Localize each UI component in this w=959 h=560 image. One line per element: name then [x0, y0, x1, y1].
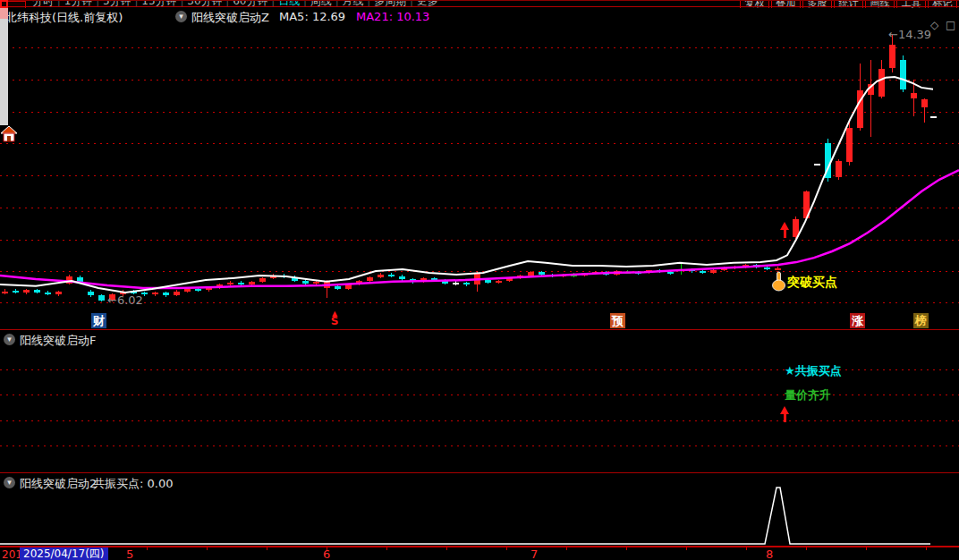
candle: [710, 270, 717, 273]
candle: [152, 293, 158, 294]
candle: [13, 291, 19, 293]
candle: [900, 60, 906, 89]
candle: [281, 276, 287, 277]
candle: [410, 279, 416, 281]
candle: [206, 288, 212, 290]
gridline: [0, 143, 959, 144]
candle: [259, 278, 266, 282]
candle: [528, 272, 534, 276]
gridline: [0, 240, 959, 241]
candle: [571, 275, 577, 276]
event-marker-涨[interactable]: 涨: [850, 313, 865, 328]
candle: [836, 161, 842, 177]
candle: [549, 275, 556, 276]
candle: [911, 93, 917, 98]
candle: [249, 282, 255, 285]
red-up-arrow-icon: [780, 222, 789, 230]
event-marker-预[interactable]: 预: [610, 313, 625, 328]
candle: [517, 276, 523, 279]
axis-month-label: 7: [530, 547, 538, 560]
candle: [184, 289, 191, 291]
red-up-arrow-shaft: [784, 230, 786, 238]
candle: [825, 143, 831, 178]
breakout-buy-point-text: 突破买点: [787, 275, 837, 289]
candle: [302, 281, 309, 284]
candle: [195, 289, 201, 291]
candle: [420, 278, 427, 282]
axis-month-label: 8: [766, 547, 773, 560]
candle: [335, 286, 341, 289]
candle: [174, 292, 180, 296]
candle: [814, 164, 820, 165]
axis-tick: [686, 547, 687, 550]
candle: [2, 292, 8, 293]
candle: [678, 269, 684, 271]
gridline: [0, 175, 959, 176]
candle: [646, 270, 652, 273]
candle: [657, 270, 663, 272]
candle: [34, 290, 40, 292]
high-annotation: ←14.39: [888, 28, 931, 41]
candle: [431, 278, 437, 280]
axis-tick: [267, 547, 267, 550]
axis-tick: [446, 547, 447, 550]
candle: [367, 277, 373, 281]
candle: [889, 45, 895, 68]
selected-date-box: 2025/04/17(四): [20, 547, 108, 560]
candle: [388, 275, 395, 276]
signal-highlight-bar: [0, 0, 8, 29]
candle: [442, 280, 448, 284]
candle: [474, 274, 480, 284]
candle: [753, 265, 760, 267]
candle: [270, 276, 276, 279]
gridline: [0, 47, 959, 48]
tdx-app-window: 分时 | 1分钟 | 5分钟 | 15分钟 | 30分钟 | 60分钟 | 日线…: [0, 0, 959, 560]
candle-wick: [870, 60, 871, 137]
candle: [846, 128, 853, 162]
chevron-down-icon[interactable]: ▾: [4, 334, 15, 345]
gridline: [0, 112, 959, 113]
candle: [857, 90, 863, 128]
candle: [45, 293, 51, 294]
candle: [667, 272, 674, 274]
hand-point-up-icon: [770, 271, 787, 292]
panel-divider: [0, 329, 959, 330]
candle: [732, 267, 738, 268]
candle: [77, 277, 83, 283]
low-annotation: ←6.02: [107, 293, 143, 307]
candle: [560, 275, 566, 276]
candle: [313, 282, 319, 284]
event-marker-财[interactable]: 财: [91, 313, 106, 328]
candle: [345, 284, 352, 289]
x-axis-line: [0, 546, 959, 547]
bottom-indicator-name[interactable]: 阳线突破启动2: [20, 476, 97, 492]
candle: [775, 268, 781, 270]
axis-month-label: 5: [126, 547, 133, 560]
axis-tick: [147, 547, 148, 550]
candle: [868, 84, 874, 95]
bottom-indicator-value: 共振买点: 0.00: [93, 476, 173, 492]
candle: [98, 295, 105, 301]
candle: [453, 283, 459, 284]
candle: [463, 283, 470, 284]
axis-tick: [746, 547, 747, 550]
candle: [721, 268, 727, 270]
candle: [930, 116, 937, 118]
candle: [592, 272, 598, 274]
mid-panel-header: ▾ 阳线突破启动F: [0, 333, 959, 348]
axis-tick: [926, 547, 927, 550]
mid-indicator-name[interactable]: 阳线突破启动F: [20, 333, 96, 349]
candle: [624, 272, 631, 274]
candle: [700, 271, 706, 273]
signal-s-marker[interactable]: ▲S: [328, 311, 341, 328]
gridline: [0, 80, 959, 81]
candle: [635, 272, 641, 274]
panel-divider: [0, 472, 959, 473]
event-marker-榜[interactable]: 榜: [913, 313, 929, 328]
candle: [581, 273, 588, 275]
candle: [539, 272, 545, 274]
candle: [66, 276, 72, 284]
candle: [689, 269, 695, 271]
chevron-down-icon[interactable]: ▾: [4, 477, 15, 488]
candle: [324, 282, 330, 288]
